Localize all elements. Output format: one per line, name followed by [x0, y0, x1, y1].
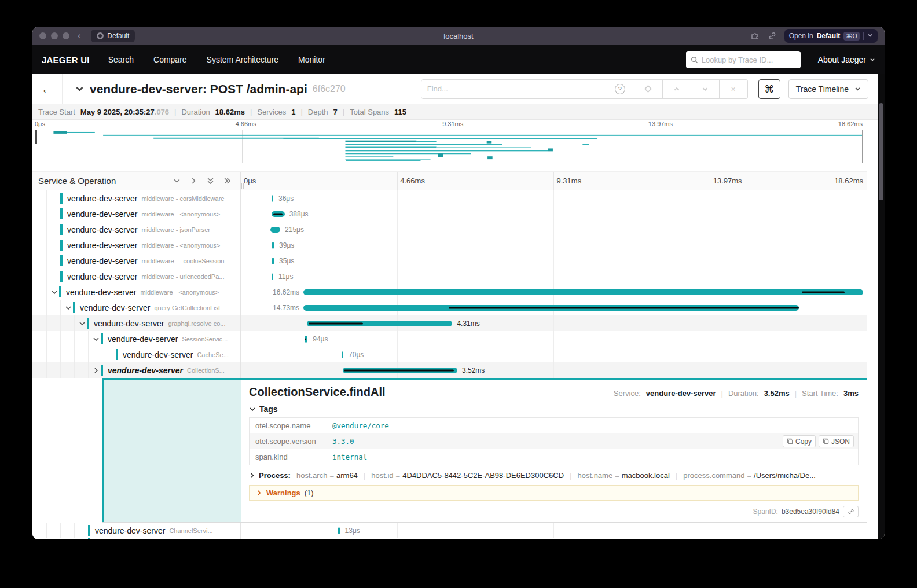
span-bar[interactable] [303, 289, 863, 295]
span-name-cell[interactable]: vendure-dev-serverCollectionS... [32, 362, 241, 378]
chevron-down-icon[interactable] [50, 289, 59, 296]
span-name-cell[interactable]: vendure-dev-serverquery GetCollectionLis… [32, 300, 241, 315]
span-bar[interactable] [338, 527, 340, 534]
find-prev-button[interactable] [663, 79, 691, 99]
span-name-cell[interactable]: vendure-dev-servermiddleware - <anonymou… [32, 237, 241, 253]
span-row[interactable]: vendure-dev-serverCacheSe...70μs [32, 347, 867, 362]
minimize-window-button[interactable] [51, 32, 58, 39]
span-timeline-cell[interactable]: 16.62ms [241, 284, 867, 300]
view-selector-dropdown[interactable]: Trace Timeline [788, 79, 868, 99]
find-clear-button[interactable]: × [720, 79, 748, 99]
span-timeline-cell[interactable]: 4.31ms [241, 315, 867, 331]
span-timeline-cell[interactable]: 39μs [241, 237, 867, 253]
collapse-trace-chevron-icon[interactable] [75, 84, 84, 93]
span-timeline-cell[interactable]: 215μs [241, 222, 867, 237]
minimap-drag-handle[interactable] [35, 130, 37, 144]
page-scrollbar-track[interactable] [878, 74, 885, 539]
collapse-all-icon[interactable] [207, 177, 214, 185]
span-name-cell[interactable]: vendure-dev-servermiddleware - corsMiddl… [32, 190, 241, 206]
span-bar[interactable] [272, 258, 274, 264]
tag-row[interactable]: otel.scope.name@vendure/core [250, 418, 858, 433]
minimap-canvas[interactable] [35, 130, 863, 163]
span-timeline-cell[interactable]: 11μs [241, 269, 867, 284]
span-row[interactable]: vendure-dev-servermiddleware - <anonymou… [32, 284, 867, 300]
span-timeline-cell[interactable]: 36μs [241, 190, 867, 206]
span-row[interactable]: vendure-dev-serverSessionServic...94μs [32, 331, 867, 347]
span-row[interactable]: vendure-dev-serverquery GetCollectionLis… [32, 300, 867, 315]
span-row[interactable]: vendure-dev-servermiddleware - _cookieSe… [32, 253, 867, 269]
open-in-default-button[interactable]: Open in Default ⌘O [784, 29, 878, 43]
chevron-down-icon[interactable] [64, 304, 73, 311]
maximize-window-button[interactable] [63, 32, 69, 39]
span-row[interactable]: vendure-dev-servermiddleware - jsonParse… [32, 222, 867, 237]
span-row[interactable]: vendure-dev-servergraphql.resolve co...4… [32, 315, 867, 331]
span-row[interactable]: vendure-dev-servermiddleware - urlencode… [32, 269, 867, 284]
span-timeline-cell[interactable]: 70μs [241, 347, 867, 362]
span-name-cell[interactable]: vendure-dev-serverCacheSe... [32, 347, 241, 362]
close-window-button[interactable] [39, 32, 46, 39]
nav-item-system-architecture[interactable]: System Architecture [207, 55, 279, 64]
column-resize-grip[interactable] [241, 183, 244, 189]
span-timeline-cell[interactable]: 388μs [241, 206, 867, 222]
extensions-icon[interactable] [750, 31, 760, 41]
expand-one-icon[interactable] [190, 177, 197, 185]
chevron-down-icon[interactable] [867, 32, 873, 40]
chevron-down-icon[interactable] [91, 336, 101, 343]
span-name-cell[interactable]: vendure-dev-servergraphql.resolve co... [32, 315, 241, 331]
span-timeline-cell[interactable]: 35μs [241, 253, 867, 269]
back-arrow-button[interactable]: ← [32, 74, 63, 104]
find-locate-button[interactable] [634, 79, 663, 99]
tag-row[interactable]: span.kindinternal [250, 449, 858, 465]
span-bar[interactable] [270, 227, 280, 233]
span-bar[interactable] [272, 195, 273, 201]
span-bar[interactable] [342, 351, 343, 358]
find-help-button[interactable]: ? [606, 79, 634, 99]
nav-item-compare[interactable]: Compare [153, 55, 187, 64]
browser-back-icon[interactable]: ‹ [78, 31, 80, 41]
copy-button[interactable]: Copy [783, 435, 816, 447]
expand-all-icon[interactable] [223, 177, 231, 185]
span-name-cell[interactable]: vendure-dev-servermiddleware - <anonymou… [32, 284, 241, 300]
span-timeline-cell[interactable]: 94μs [241, 331, 867, 347]
about-jaeger-menu[interactable]: About Jaeger [818, 55, 875, 64]
tag-row[interactable]: otel.scope.version3.3.0 [250, 433, 858, 449]
page-scrollbar-thumb[interactable] [879, 103, 883, 200]
span-name-cell[interactable]: vendure-dev-servermiddleware - jsonParse… [32, 222, 241, 237]
span-row[interactable]: vendure-dev-serverChannelServi...13μs [32, 523, 867, 538]
chevron-right-icon[interactable] [91, 367, 101, 374]
tags-accordion[interactable]: Tags [249, 405, 859, 414]
chevron-down-icon[interactable] [78, 320, 87, 327]
span-row[interactable]: vendure-dev-serverCollectionS...3.52ms [32, 362, 867, 378]
span-name-cell[interactable]: vendure-dev-servermiddleware - _cookieSe… [32, 253, 241, 269]
span-bar[interactable] [272, 273, 273, 280]
share-link-icon[interactable] [767, 31, 777, 41]
span-bar[interactable] [272, 242, 274, 248]
keyboard-shortcuts-button[interactable]: ⌘ [758, 79, 780, 99]
browser-tab[interactable]: Default [91, 30, 135, 42]
span-timeline-cell[interactable]: 14.73ms [241, 300, 867, 315]
jaeger-brand[interactable]: JAEGER UI [42, 55, 90, 65]
json-button[interactable]: JSON [819, 435, 854, 447]
find-next-button[interactable] [691, 79, 720, 99]
trace-minimap[interactable]: 0μs4.66ms9.31ms13.97ms18.62ms [32, 120, 878, 166]
span-timeline-cell[interactable]: 13μs [241, 523, 867, 538]
span-name-cell[interactable]: vendure-dev-serverSessionServic... [32, 331, 241, 347]
span-row[interactable]: vendure-dev-servermiddleware - <anonymou… [32, 237, 867, 253]
window-controls[interactable] [39, 32, 69, 39]
span-row[interactable]: vendure-dev-servermiddleware - corsMiddl… [32, 190, 867, 206]
trace-id-input[interactable] [702, 56, 796, 64]
span-name-cell[interactable]: vendure-dev-servermiddleware - urlencode… [32, 269, 241, 284]
find-input[interactable] [421, 79, 606, 99]
deep-link-button[interactable] [843, 506, 859, 517]
span-timeline-cell[interactable]: 3.52ms [241, 362, 867, 378]
span-name-cell[interactable]: vendure-dev-servermiddleware - <anonymou… [32, 206, 241, 222]
process-accordion[interactable]: Process: host.arch=arm64|host.id=4D4DDAC… [249, 471, 859, 480]
nav-item-search[interactable]: Search [108, 55, 134, 64]
warnings-accordion[interactable]: Warnings (1) [249, 485, 859, 501]
nav-item-monitor[interactable]: Monitor [298, 55, 325, 64]
find-group: ? × [421, 79, 748, 99]
trace-id-lookup[interactable] [686, 51, 801, 68]
collapse-one-icon[interactable] [173, 177, 181, 185]
span-name-cell[interactable]: vendure-dev-serverChannelServi... [32, 523, 241, 538]
span-row[interactable]: vendure-dev-servermiddleware - <anonymou… [32, 206, 867, 222]
